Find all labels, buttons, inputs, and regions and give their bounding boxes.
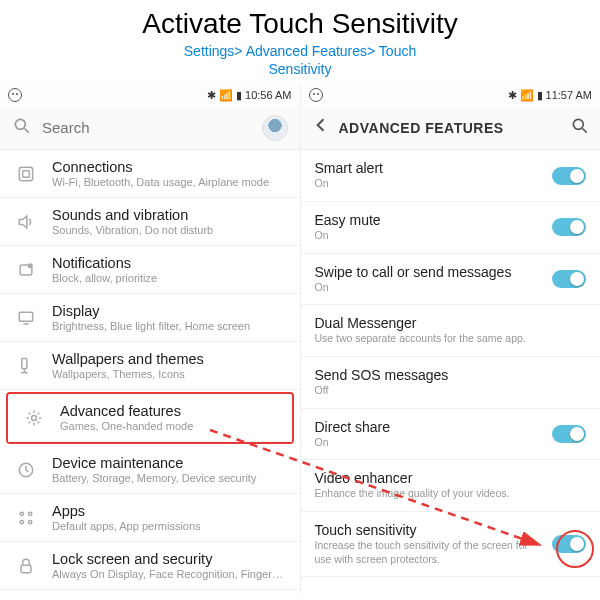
- bluetooth-icon: ✱: [508, 89, 517, 102]
- row-title: Display: [52, 303, 288, 319]
- signal-icon: 📶: [520, 89, 534, 102]
- sound-icon: [14, 210, 38, 234]
- settings-row-lock-screen-and-security[interactable]: Lock screen and securityAlways On Displa…: [0, 542, 300, 590]
- row-title: Apps: [52, 503, 288, 519]
- screen-header: ADVANCED FEATURES: [301, 106, 601, 150]
- svg-line-1: [25, 128, 29, 132]
- row-subtitle: Enhance the image quality of your videos…: [315, 487, 579, 501]
- settings-row-connections[interactable]: ConnectionsWi-Fi, Bluetooth, Data usage,…: [0, 150, 300, 198]
- maintenance-icon: [14, 458, 38, 482]
- svg-rect-2: [19, 167, 32, 180]
- battery-icon: ▮: [236, 89, 242, 102]
- toggle-switch[interactable]: [552, 425, 586, 443]
- wallpaper-icon: [14, 354, 38, 378]
- row-subtitle: Wallpapers, Themes, Icons: [52, 368, 288, 380]
- row-title: Sounds and vibration: [52, 207, 288, 223]
- svg-point-12: [20, 512, 23, 515]
- breadcrumb-line2: Sensitivity: [268, 61, 331, 77]
- svg-rect-3: [23, 171, 30, 178]
- back-button[interactable]: [311, 115, 331, 140]
- svg-point-14: [20, 520, 23, 523]
- breadcrumb-line1: Settings> Advanced Features> Touch: [184, 43, 416, 59]
- avatar[interactable]: [262, 115, 288, 141]
- search-icon: [12, 116, 32, 140]
- row-title: Dual Messenger: [315, 315, 579, 331]
- row-subtitle: Brightness, Blue light filter, Home scre…: [52, 320, 288, 332]
- toggle-switch[interactable]: [552, 218, 586, 236]
- advanced-features-screen: ✱ 📶 ▮ 11:57 AM ADVANCED FEATURES Smart a…: [301, 84, 601, 594]
- toggle-switch[interactable]: [552, 270, 586, 288]
- row-subtitle: Sounds, Vibration, Do not disturb: [52, 224, 288, 236]
- toggle-switch[interactable]: [552, 535, 586, 553]
- row-subtitle: Battery, Storage, Memory, Device securit…: [52, 472, 288, 484]
- row-subtitle: Games, One-handed mode: [60, 420, 280, 432]
- row-title: Easy mute: [315, 212, 545, 228]
- feature-row-easy-mute[interactable]: Easy muteOn: [301, 202, 601, 254]
- status-bar-left: ✱ 📶 ▮ 10:56 AM: [0, 84, 300, 106]
- feature-row-touch-sensitivity[interactable]: Touch sensitivityIncrease the touch sens…: [301, 512, 601, 577]
- search-icon[interactable]: [570, 116, 590, 140]
- status-bar-right: ✱ 📶 ▮ 11:57 AM: [301, 84, 601, 106]
- settings-row-advanced-features[interactable]: Advanced featuresGames, One-handed mode: [8, 394, 292, 442]
- row-title: Smart alert: [315, 160, 545, 176]
- row-subtitle: On: [315, 436, 545, 450]
- breadcrumb: Settings> Advanced Features> Touch Sensi…: [0, 42, 600, 78]
- search-row[interactable]: [0, 106, 300, 150]
- row-title: Connections: [52, 159, 288, 175]
- row-title: Send SOS messages: [315, 367, 579, 383]
- row-subtitle: On: [315, 177, 545, 191]
- feature-row-direct-share[interactable]: Direct shareOn: [301, 409, 601, 461]
- svg-point-15: [29, 520, 32, 523]
- svg-point-10: [32, 415, 37, 420]
- connections-icon: [14, 162, 38, 186]
- notifications-icon: [14, 258, 38, 282]
- row-subtitle: Increase the touch sensitivity of the sc…: [315, 539, 545, 566]
- lock-icon: [14, 554, 38, 578]
- settings-row-device-maintenance[interactable]: Device maintenanceBattery, Storage, Memo…: [0, 446, 300, 494]
- row-subtitle: Default apps, App permissions: [52, 520, 288, 532]
- row-title: Notifications: [52, 255, 288, 271]
- reddit-icon: [309, 88, 323, 102]
- svg-point-6: [28, 263, 33, 268]
- search-input[interactable]: [42, 119, 262, 136]
- row-title: Video enhancer: [315, 470, 579, 486]
- row-title: Direct share: [315, 419, 545, 435]
- toggle-switch[interactable]: [552, 167, 586, 185]
- row-title: Touch sensitivity: [315, 522, 545, 538]
- feature-row-smart-alert[interactable]: Smart alertOn: [301, 150, 601, 202]
- feature-row-dual-messenger[interactable]: Dual MessengerUse two separate accounts …: [301, 305, 601, 357]
- settings-row-display[interactable]: DisplayBrightness, Blue light filter, Ho…: [0, 294, 300, 342]
- svg-rect-9: [22, 358, 27, 368]
- instruction-header: Activate Touch Sensitivity Settings> Adv…: [0, 0, 600, 84]
- page-title: Activate Touch Sensitivity: [0, 8, 600, 40]
- status-time: 11:57 AM: [546, 89, 592, 101]
- battery-icon: ▮: [537, 89, 543, 102]
- feature-row-video-enhancer[interactable]: Video enhancerEnhance the image quality …: [301, 460, 601, 512]
- settings-row-sounds-and-vibration[interactable]: Sounds and vibrationSounds, Vibration, D…: [0, 198, 300, 246]
- row-subtitle: Off: [315, 384, 579, 398]
- settings-row-wallpapers-and-themes[interactable]: Wallpapers and themesWallpapers, Themes,…: [0, 342, 300, 390]
- bluetooth-icon: ✱: [207, 89, 216, 102]
- signal-icon: 📶: [219, 89, 233, 102]
- row-title: Wallpapers and themes: [52, 351, 288, 367]
- row-subtitle: On: [315, 229, 545, 243]
- display-icon: [14, 306, 38, 330]
- advanced-icon: [22, 406, 46, 430]
- settings-row-apps[interactable]: AppsDefault apps, App permissions: [0, 494, 300, 542]
- row-title: Advanced features: [60, 403, 280, 419]
- screen-title: ADVANCED FEATURES: [339, 120, 571, 136]
- svg-rect-16: [21, 565, 31, 573]
- apps-icon: [14, 506, 38, 530]
- settings-row-notifications[interactable]: NotificationsBlock, allow, prioritize: [0, 246, 300, 294]
- reddit-icon: [8, 88, 22, 102]
- row-subtitle: Wi-Fi, Bluetooth, Data usage, Airplane m…: [52, 176, 288, 188]
- row-subtitle: Block, allow, prioritize: [52, 272, 288, 284]
- features-list: Smart alertOnEasy muteOnSwipe to call or…: [301, 150, 601, 577]
- row-title: Lock screen and security: [52, 551, 288, 567]
- feature-row-swipe-to-call-or-send-messages[interactable]: Swipe to call or send messagesOn: [301, 254, 601, 306]
- svg-point-0: [15, 119, 25, 129]
- row-subtitle: On: [315, 281, 545, 295]
- row-subtitle: Use two separate accounts for the same a…: [315, 332, 579, 346]
- row-title: Device maintenance: [52, 455, 288, 471]
- feature-row-send-sos-messages[interactable]: Send SOS messagesOff: [301, 357, 601, 409]
